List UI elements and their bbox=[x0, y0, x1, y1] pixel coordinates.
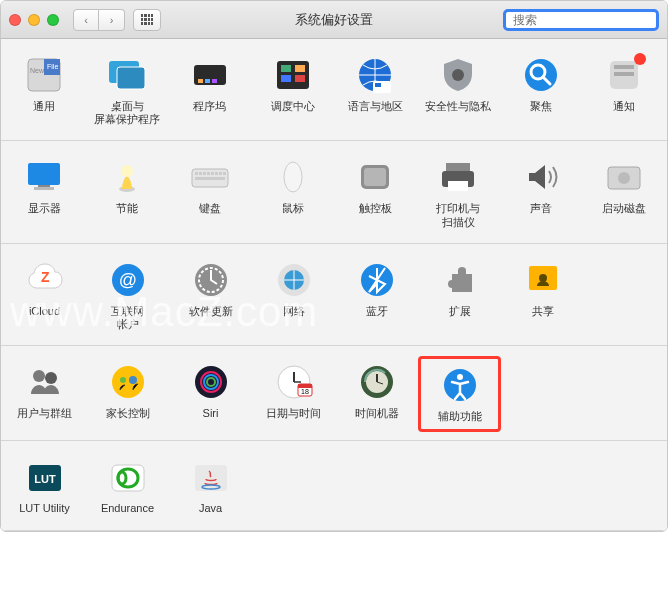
pref-siri[interactable]: Siri bbox=[169, 356, 252, 432]
pref-label: 鼠标 bbox=[282, 202, 304, 215]
pref-general[interactable]: FileNew通用 bbox=[3, 49, 86, 132]
pref-lut[interactable]: LUTLUT Utility bbox=[3, 451, 86, 521]
update-icon bbox=[191, 260, 231, 300]
pref-datetime[interactable]: 18日期与时间 bbox=[252, 356, 335, 432]
pref-trackpad[interactable]: 触控板 bbox=[334, 151, 417, 234]
pref-sound[interactable]: 声音 bbox=[500, 151, 583, 234]
energy-icon bbox=[107, 157, 147, 197]
minimize-icon[interactable] bbox=[28, 14, 40, 26]
pref-parental[interactable]: 家长控制 bbox=[86, 356, 169, 432]
pref-sharing[interactable]: 共享 bbox=[501, 254, 584, 337]
svg-rect-47 bbox=[448, 181, 468, 191]
pref-users[interactable]: 用户与群组 bbox=[3, 356, 86, 432]
pref-label: 启动磁盘 bbox=[602, 202, 646, 215]
parental-icon bbox=[108, 362, 148, 402]
system-preferences-window: ‹ › 系统偏好设置 FileNew通用桌面与 屏幕保护程序程序坞调度中心语言与… bbox=[0, 0, 668, 532]
pref-label: 辅助功能 bbox=[438, 410, 482, 423]
svg-rect-44 bbox=[364, 168, 386, 186]
search-field[interactable] bbox=[503, 9, 659, 31]
pref-security[interactable]: 安全性与隐私 bbox=[417, 49, 500, 132]
pref-desktop[interactable]: 桌面与 屏幕保护程序 bbox=[86, 49, 169, 132]
pref-icloud[interactable]: ZiCloud bbox=[3, 254, 86, 337]
displays-icon bbox=[24, 157, 64, 197]
svg-rect-36 bbox=[207, 172, 210, 175]
pref-update[interactable]: 软件更新 bbox=[169, 254, 252, 337]
pref-accessibility[interactable]: 辅助功能 bbox=[418, 356, 501, 432]
svg-rect-19 bbox=[375, 83, 381, 87]
show-all-button[interactable] bbox=[133, 9, 161, 31]
pref-label: 网络 bbox=[283, 305, 305, 318]
pref-dock[interactable]: 程序坞 bbox=[169, 49, 252, 132]
forward-button[interactable]: › bbox=[99, 9, 125, 31]
pref-label: 声音 bbox=[530, 202, 552, 215]
pref-section: 用户与群组家长控制Siri18日期与时间时间机器辅助功能 bbox=[1, 346, 667, 441]
pref-label: 程序坞 bbox=[193, 100, 226, 113]
svg-point-61 bbox=[33, 370, 45, 382]
svg-rect-27 bbox=[28, 163, 60, 185]
titlebar: ‹ › 系统偏好设置 bbox=[1, 1, 667, 39]
svg-rect-16 bbox=[295, 75, 305, 82]
accessibility-icon bbox=[440, 365, 480, 405]
svg-text:New: New bbox=[30, 67, 45, 74]
users-icon bbox=[25, 362, 65, 402]
svg-point-63 bbox=[112, 366, 144, 398]
svg-point-58 bbox=[448, 280, 456, 288]
svg-point-60 bbox=[539, 274, 547, 282]
keyboard-icon bbox=[190, 157, 230, 197]
traffic-lights bbox=[9, 14, 59, 26]
java-icon bbox=[191, 457, 231, 497]
desktop-icon bbox=[107, 55, 147, 95]
bluetooth-icon bbox=[357, 260, 397, 300]
pref-label: 日期与时间 bbox=[266, 407, 321, 420]
svg-rect-13 bbox=[281, 65, 291, 72]
pref-section: LUTLUT UtilityEnduranceJava bbox=[1, 441, 667, 530]
svg-rect-15 bbox=[281, 75, 291, 82]
lut-icon: LUT bbox=[25, 457, 65, 497]
search-input[interactable] bbox=[513, 13, 663, 27]
pref-startup[interactable]: 启动磁盘 bbox=[582, 151, 665, 234]
svg-point-65 bbox=[129, 376, 137, 384]
pref-label: 软件更新 bbox=[189, 305, 233, 318]
extensions-icon bbox=[440, 260, 480, 300]
svg-rect-40 bbox=[223, 172, 226, 175]
badge-icon bbox=[634, 53, 646, 65]
pref-network[interactable]: 网络 bbox=[252, 254, 335, 337]
endurance-icon bbox=[108, 457, 148, 497]
mission-icon bbox=[273, 55, 313, 95]
pref-language[interactable]: 语言与地区 bbox=[334, 49, 417, 132]
svg-rect-7 bbox=[117, 67, 145, 89]
svg-text:File: File bbox=[47, 63, 58, 70]
svg-text:LUT: LUT bbox=[34, 473, 56, 485]
pref-mouse[interactable]: 鼠标 bbox=[251, 151, 334, 234]
svg-point-42 bbox=[284, 162, 302, 192]
pref-displays[interactable]: 显示器 bbox=[3, 151, 86, 234]
notifications-icon bbox=[604, 55, 644, 95]
pref-timemachine[interactable]: 时间机器 bbox=[335, 356, 418, 432]
pref-keyboard[interactable]: 键盘 bbox=[169, 151, 252, 234]
pref-label: 扩展 bbox=[449, 305, 471, 318]
pref-mission[interactable]: 调度中心 bbox=[251, 49, 334, 132]
pref-label: 节能 bbox=[116, 202, 138, 215]
svg-rect-38 bbox=[215, 172, 218, 175]
pref-label: Java bbox=[199, 502, 222, 515]
pref-energy[interactable]: 节能 bbox=[86, 151, 169, 234]
pref-printers[interactable]: 打印机与 扫描仪 bbox=[417, 151, 500, 234]
pref-bluetooth[interactable]: 蓝牙 bbox=[335, 254, 418, 337]
svg-text:18: 18 bbox=[301, 388, 309, 395]
pref-internet[interactable]: @互联网 帐户 bbox=[86, 254, 169, 337]
zoom-icon[interactable] bbox=[47, 14, 59, 26]
svg-point-49 bbox=[618, 172, 630, 184]
pref-extensions[interactable]: 扩展 bbox=[418, 254, 501, 337]
svg-point-62 bbox=[45, 372, 57, 384]
pref-spotlight[interactable]: 聚焦 bbox=[500, 49, 583, 132]
svg-text:Z: Z bbox=[41, 269, 50, 285]
pref-label: 触控板 bbox=[359, 202, 392, 215]
close-icon[interactable] bbox=[9, 14, 21, 26]
timemachine-icon bbox=[357, 362, 397, 402]
pref-label: 时间机器 bbox=[355, 407, 399, 420]
trackpad-icon bbox=[355, 157, 395, 197]
pref-java[interactable]: Java bbox=[169, 451, 252, 521]
pref-notifications[interactable]: 通知 bbox=[582, 49, 665, 132]
pref-endurance[interactable]: Endurance bbox=[86, 451, 169, 521]
back-button[interactable]: ‹ bbox=[73, 9, 99, 31]
